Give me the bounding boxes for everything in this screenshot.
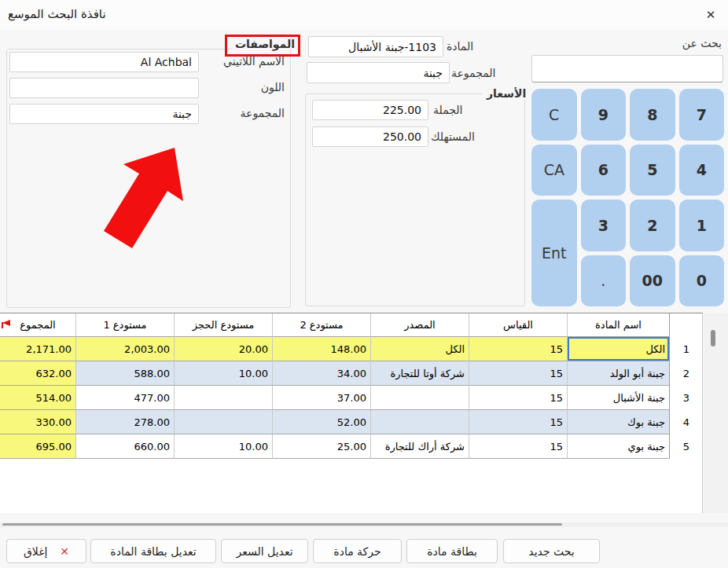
title-bar — [0, 0, 728, 30]
key-2[interactable]: 2 — [630, 200, 675, 251]
key-5[interactable]: 5 — [630, 145, 675, 196]
cell-name[interactable]: جبنة بوك — [568, 410, 670, 434]
group-label: المجموعة — [451, 67, 495, 79]
button-label: تعديل بطاقة المادة — [110, 545, 196, 558]
cell-total[interactable]: 2,171.00 — [0, 337, 76, 361]
latin-name-field[interactable]: Al Achbal — [9, 52, 199, 72]
cell-reserve[interactable]: 10.00 — [175, 434, 273, 459]
key-enter[interactable]: Ent — [531, 200, 577, 306]
red-flag-icon — [2, 320, 11, 329]
red-annotation-box — [225, 35, 300, 57]
cell-measure[interactable]: 15 — [469, 410, 568, 434]
horizontal-scrollbar-thumb[interactable] — [2, 523, 562, 526]
cell-name[interactable]: جبنة أبو الولد — [568, 361, 670, 386]
red-x-icon: ✕ — [60, 545, 69, 558]
header-wh2[interactable]: مستودع 2 — [273, 313, 371, 337]
specs-group-field[interactable]: جبنة — [9, 104, 199, 124]
cell-measure[interactable]: 15 — [469, 434, 568, 459]
cell-name[interactable]: جبنة بوي — [568, 434, 670, 459]
button-label: بحث جديد — [528, 545, 574, 558]
cell-source[interactable]: شركة أراك للتجارة — [371, 434, 469, 459]
close-button[interactable]: ✕إغلاق — [6, 539, 86, 563]
cell-name[interactable]: الكل — [568, 337, 670, 361]
cell-reserve[interactable] — [175, 386, 273, 410]
vertical-scrollbar-thumb[interactable] — [711, 330, 715, 346]
key-6[interactable]: 6 — [581, 145, 627, 196]
header-name[interactable]: اسم المادة — [568, 313, 670, 337]
header-rownum — [670, 313, 703, 336]
cell-wh2[interactable]: 52.00 — [273, 410, 371, 434]
material-field[interactable]: 1103-جبنة الأشبال — [308, 36, 443, 57]
key-8[interactable]: 8 — [630, 89, 675, 141]
header-measure[interactable]: القياس — [469, 313, 568, 337]
table-row: 632.00588.0010.0034.00شركة أوتا للتجارة1… — [0, 361, 702, 386]
button-label: تعديل السعر — [236, 545, 292, 558]
vertical-scrollbar-track[interactable] — [704, 313, 728, 513]
cell-wh1[interactable]: 2,003.00 — [76, 337, 175, 361]
key-3[interactable]: 3 — [581, 200, 627, 251]
search-input[interactable] — [531, 55, 723, 82]
cell-name[interactable]: جبنة الأشبال — [568, 386, 670, 410]
edit-item-card-button[interactable]: تعديل بطاقة المادة — [90, 539, 216, 563]
table-row: 695.00660.0010.0025.00شركة أراك للتجارة1… — [0, 434, 702, 459]
header-wh1[interactable]: مستودع 1 — [76, 313, 175, 337]
cell-wh1[interactable]: 588.00 — [76, 361, 175, 386]
row-number: 5 — [670, 434, 703, 458]
header-reserve[interactable]: مستودع الحجز — [175, 313, 273, 337]
color-label: اللون — [261, 81, 285, 93]
close-window-icon[interactable]: ✕ — [700, 5, 722, 24]
cell-total[interactable]: 695.00 — [0, 434, 76, 459]
cell-reserve[interactable]: 10.00 — [175, 361, 273, 386]
key-double-zero[interactable]: 00 — [630, 255, 675, 307]
key-1[interactable]: 1 — [679, 200, 725, 251]
cell-wh1[interactable]: 278.00 — [76, 410, 175, 434]
cell-reserve[interactable] — [175, 410, 273, 434]
cell-wh2[interactable]: 25.00 — [273, 434, 371, 459]
cell-measure[interactable]: 15 — [469, 361, 568, 386]
cell-source[interactable]: الكل — [371, 337, 469, 361]
item-card-button[interactable]: بطاقة مادة — [406, 539, 498, 563]
edit-price-button[interactable]: تعديل السعر — [221, 539, 308, 563]
row-number: 4 — [670, 410, 703, 434]
wholesale-label: الجملة — [433, 104, 462, 116]
numpad: 789C456CA123Ent000. — [531, 89, 724, 306]
cell-wh1[interactable]: 477.00 — [76, 386, 175, 410]
cell-source[interactable]: شركة أوتا للتجارة — [371, 361, 469, 386]
cell-wh2[interactable]: 37.00 — [273, 386, 371, 410]
cell-wh2[interactable]: 148.00 — [273, 337, 371, 361]
new-search-button[interactable]: بحث جديد — [503, 539, 600, 563]
key-0[interactable]: 0 — [679, 255, 725, 307]
key-clear-all[interactable]: CA — [531, 145, 577, 196]
header-source[interactable]: المصدر — [371, 313, 469, 337]
wholesale-price-field[interactable]: 225.00 — [312, 100, 428, 120]
key-9[interactable]: 9 — [581, 89, 627, 141]
item-movement-button[interactable]: حركة مادة — [313, 539, 402, 563]
cell-total[interactable]: 632.00 — [0, 361, 76, 386]
window-title: نافذة البحث الموسع — [8, 7, 106, 21]
key-clear[interactable]: C — [531, 89, 577, 141]
latin-name-label: الاسم اللاتيني — [223, 55, 285, 68]
group-field[interactable]: جبنة — [307, 62, 450, 83]
key-decimal[interactable]: . — [581, 255, 627, 307]
key-4[interactable]: 4 — [679, 145, 725, 196]
header-total[interactable]: المجموع — [0, 313, 76, 337]
material-label: المادة — [447, 40, 473, 53]
cell-total[interactable]: 514.00 — [0, 386, 76, 410]
red-arrow-annotation-icon — [79, 127, 204, 261]
cell-source[interactable] — [371, 410, 469, 434]
cell-total[interactable]: 330.00 — [0, 410, 76, 434]
color-field[interactable] — [9, 78, 199, 98]
cell-wh1[interactable]: 660.00 — [76, 434, 175, 459]
consumer-price-field[interactable]: 250.00 — [312, 126, 428, 147]
cell-source[interactable] — [371, 386, 469, 410]
cell-wh2[interactable]: 34.00 — [273, 361, 371, 386]
table-row: 514.00477.0037.0015جبنة الأشبال3 — [0, 386, 702, 410]
cell-measure[interactable]: 15 — [469, 386, 568, 410]
cell-measure[interactable]: 15 — [469, 337, 568, 361]
key-7[interactable]: 7 — [679, 89, 725, 141]
consumer-label: المستهلك — [431, 130, 475, 143]
table-row: 330.00278.0052.0015جبنة بوك4 — [0, 410, 702, 434]
button-label: إغلاق — [24, 545, 47, 558]
extended-search-window: نافذة البحث الموسع ✕ بحث عن 789C456CA123… — [0, 0, 728, 568]
cell-reserve[interactable]: 20.00 — [175, 337, 273, 361]
